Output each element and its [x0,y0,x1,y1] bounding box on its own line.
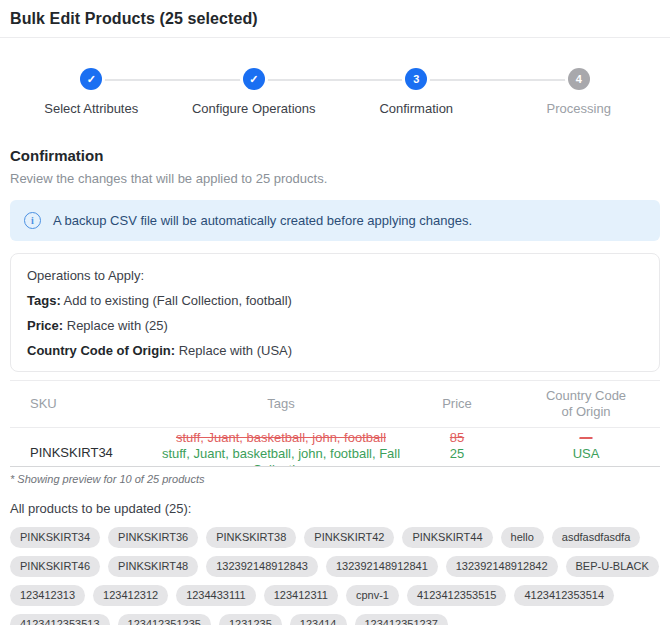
tags-old-value: stuff, Juant, basketball, john, football [160,430,402,446]
dialog-title: Bulk Edit Products (25 selected) [10,10,660,28]
operation-tags: Tags: Add to existing (Fall Collection, … [27,292,643,310]
operation-value: Replace with (USA) [175,343,292,358]
preview-footnote: * Showing preview for 10 of 25 products [10,473,660,485]
bulk-edit-dialog: Bulk Edit Products (25 selected) ✓ Selec… [0,0,670,625]
preview-table-header: SKU Tags Price Country Code of Origin [10,380,660,428]
product-chip: 123412311 [264,585,338,606]
product-chip: 1231235 [219,614,282,625]
product-chip: 132392148912842 [446,556,558,577]
product-chip: 132392148912843 [206,556,318,577]
product-chip: BEP-U-BLACK [566,556,659,577]
product-chip: 4123412353515 [407,585,507,606]
product-chip: 123412351235 [118,614,211,625]
check-circle-icon: ✓ [243,68,265,90]
tags-new-value: stuff, Juant, basketball, john, football… [160,446,402,467]
info-icon: i [24,212,41,229]
preview-table: SKU Tags Price Country Code of Origin PI… [10,380,660,485]
country-new-value: USA [512,446,660,462]
product-chip: 123412313 [10,585,85,606]
dialog-header: Bulk Edit Products (25 selected) [0,0,670,38]
step-number-circle: 4 [568,68,590,90]
cell-country: — USA [512,428,660,467]
operation-country: Country Code of Origin: Replace with (US… [27,342,643,360]
product-chip: 123412312 [93,585,168,606]
step-label: Confirmation [379,101,453,116]
section-subtext: Review the changes that will be applied … [10,171,660,186]
column-header-country: Country Code of Origin [512,388,660,420]
banner-text: A backup CSV file will be automatically … [53,213,472,228]
step-label: Select Attributes [44,101,138,116]
price-old-value: 85 [402,430,512,446]
country-old-value: — [512,430,660,446]
product-chip: asdfasdfasdfa [552,527,641,548]
step-select-attributes: ✓ Select Attributes [10,68,173,116]
check-circle-icon: ✓ [80,68,102,90]
product-chip: cpnv-1 [346,585,399,606]
product-chip: 123414 [290,614,347,625]
step-configure-operations: ✓ Configure Operations [173,68,336,116]
product-chip-list: PINKSKIRT34 PINKSKIRT36 PINKSKIRT38 PINK… [10,527,660,625]
operation-label: Tags: [27,293,61,308]
cell-tags: stuff, Juant, basketball, john, football… [160,428,402,467]
product-chip: PINKSKIRT42 [304,527,394,548]
table-row: PINKSKIRT34 stuff, Juant, basketball, jo… [10,428,660,467]
product-chip: 1234433111 [176,585,256,606]
column-header-tags: Tags [160,396,402,412]
product-chip: PINKSKIRT36 [108,527,198,548]
product-chip: PINKSKIRT38 [206,527,296,548]
operation-label: Price: [27,318,63,333]
column-header-sku: SKU [10,396,160,412]
wizard-stepper: ✓ Select Attributes ✓ Configure Operatio… [0,68,670,116]
operation-value: Replace with (25) [63,318,168,333]
product-chip: PINKSKIRT46 [10,556,100,577]
column-header-price: Price [402,396,512,412]
product-chip: 132392148912841 [326,556,438,577]
operations-heading: Operations to Apply: [27,267,643,285]
product-chip: hello [501,527,544,548]
operation-value: Add to existing (Fall Collection, footba… [61,293,292,308]
step-processing: 4 Processing [498,68,661,116]
product-chip: PINKSKIRT34 [10,527,100,548]
section-heading: Confirmation [10,147,660,164]
step-confirmation: 3 Confirmation [335,68,498,116]
product-chip: 4123412353513 [10,614,110,625]
product-chip: PINKSKIRT48 [108,556,198,577]
product-chip: PINKSKIRT44 [402,527,492,548]
operation-price: Price: Replace with (25) [27,317,643,335]
step-label: Processing [547,101,611,116]
price-new-value: 25 [402,446,512,462]
cell-sku: PINKSKIRT34 [10,428,160,467]
product-chip: 4123412353514 [514,585,614,606]
backup-info-banner: i A backup CSV file will be automaticall… [10,200,660,241]
operation-label: Country Code of Origin: [27,343,175,358]
step-number-circle: 3 [405,68,427,90]
step-label: Configure Operations [192,101,316,116]
all-products-heading: All products to be updated (25): [10,501,660,516]
product-chip: 123412351237 [355,614,448,625]
dialog-content: Confirmation Review the changes that wil… [0,116,670,625]
cell-price: 85 25 [402,428,512,467]
operations-summary-box: Operations to Apply: Tags: Add to existi… [10,253,660,372]
